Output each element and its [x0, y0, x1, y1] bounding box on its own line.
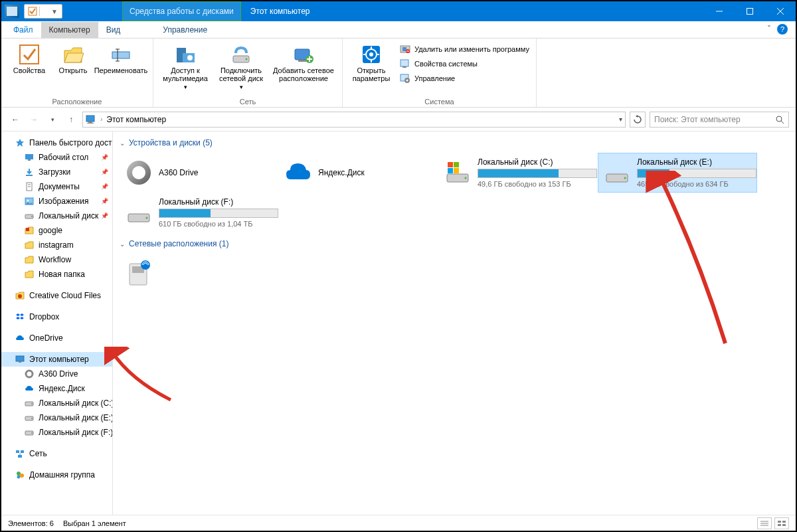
- sidebar-instagram[interactable]: instagram: [1, 238, 112, 252]
- svg-rect-62: [16, 450, 19, 453]
- tile-a360-label: A360 Drive: [159, 168, 198, 177]
- sidebar-workflow[interactable]: Workflow: [1, 252, 112, 267]
- disk-c-icon: [444, 159, 471, 186]
- qat-separator: [39, 7, 50, 16]
- sidebar-documents-label: Документы: [39, 182, 80, 191]
- maximize-button[interactable]: [735, 1, 765, 21]
- tab-computer[interactable]: Компьютер: [41, 22, 98, 38]
- sysprop-icon: [400, 58, 410, 69]
- btn-rename[interactable]: Переименовать: [94, 41, 147, 96]
- svg-point-59: [31, 418, 33, 419]
- dropbox-icon: [15, 311, 25, 322]
- sidebar-instagram-label: instagram: [39, 240, 74, 250]
- refresh-button[interactable]: [630, 112, 646, 128]
- sidebar-creative-cloud[interactable]: Creative Cloud Files: [1, 288, 112, 303]
- breadcrumb-dropdown-icon[interactable]: ▾: [619, 116, 622, 123]
- nav-history-dropdown[interactable]: ▾: [45, 112, 60, 127]
- sidebar-localdisk[interactable]: Локальный диск: [1, 209, 112, 223]
- tile-yandex[interactable]: Яндекс.Диск: [279, 153, 438, 193]
- tile-network-location[interactable]: [120, 254, 159, 294]
- sidebar-a360-label: A360 Drive: [39, 369, 78, 379]
- sidebar-documents[interactable]: Документы: [1, 179, 112, 194]
- drive-icon: [24, 412, 35, 423]
- sidebar-google[interactable]: google: [1, 223, 112, 238]
- sidebar-this-pc[interactable]: Этот компьютер: [1, 352, 112, 367]
- tile-a360[interactable]: A360 Drive: [120, 153, 279, 193]
- group-network-label: Сетевые расположения (1): [129, 239, 228, 248]
- close-button[interactable]: [765, 1, 796, 21]
- svg-point-67: [20, 474, 24, 478]
- group-devices-header[interactable]: ⌄ Устройства и диски (5): [120, 135, 789, 153]
- help-icon[interactable]: ?: [777, 24, 788, 35]
- sidebar-disk-e[interactable]: Локальный диск (E:): [1, 410, 112, 425]
- svg-point-55: [26, 371, 33, 377]
- tile-disk-f[interactable]: Локальный диск (F:) 610 ГБ свободно из 1…: [120, 193, 279, 232]
- btn-uninstall-program[interactable]: Удалить или изменить программу: [398, 43, 531, 56]
- sidebar-google-label: google: [39, 226, 62, 235]
- breadcrumb-location[interactable]: Этот компьютер: [106, 115, 166, 124]
- ribbon-collapse-icon[interactable]: ˇ: [768, 25, 770, 34]
- btn-open[interactable]: Открыть: [56, 41, 90, 96]
- status-items-count: Элементов: 6: [8, 519, 54, 527]
- nav-forward-button[interactable]: →: [27, 112, 41, 127]
- sidebar-yandex-label: Яндекс.Диск: [39, 384, 85, 393]
- btn-properties[interactable]: Свойства: [7, 41, 52, 96]
- minimize-button[interactable]: [704, 1, 735, 21]
- sidebar-yandex[interactable]: Яндекс.Диск: [1, 381, 112, 396]
- btn-map-drive[interactable]: Подключить сетевой диск▾: [216, 41, 266, 96]
- content-area: ⌄ Устройства и диски (5) A360 Drive Янде…: [113, 132, 796, 515]
- sidebar-quick-access[interactable]: Панель быстрого доступа: [1, 135, 112, 150]
- sidebar-pictures-label: Изображения: [39, 197, 88, 206]
- breadcrumb[interactable]: › Этот компьютер ▾: [82, 112, 626, 128]
- sidebar-dropbox[interactable]: Dropbox: [1, 310, 112, 324]
- nav-up-button[interactable]: ↑: [64, 112, 78, 127]
- navigation-tree: Панель быстрого доступа Рабочий стол Заг…: [1, 132, 113, 515]
- contextual-tab-drive-tools[interactable]: Средства работы с дисками: [122, 1, 241, 21]
- search-input[interactable]: Поиск: Этот компьютер: [650, 112, 789, 128]
- sidebar-desktop[interactable]: Рабочий стол: [1, 150, 112, 165]
- tile-diskc-label: Локальный диск (C:): [478, 157, 597, 167]
- sidebar-pictures[interactable]: Изображения: [1, 194, 112, 209]
- btn-manage[interactable]: Управление: [398, 72, 531, 85]
- tile-diskf-label: Локальный диск (F:): [159, 197, 278, 207]
- tile-yandex-label: Яндекс.Диск: [318, 168, 365, 177]
- tile-disk-e[interactable]: Локальный диск (E:) 465 ГБ свободно из 6…: [598, 153, 757, 193]
- sidebar-newfolder[interactable]: Новая папка: [1, 267, 112, 282]
- btn-open-settings[interactable]: Открыть параметры: [348, 41, 395, 96]
- qat-dropdown-icon[interactable]: ▼: [51, 8, 59, 15]
- group-network-header[interactable]: ⌄ Сетевые расположения (1): [120, 236, 789, 254]
- svg-rect-72: [448, 162, 453, 167]
- view-tiles-button[interactable]: [774, 517, 789, 529]
- sidebar-thispc-label: Этот компьютер: [29, 355, 89, 364]
- tab-manage[interactable]: Управление: [155, 22, 215, 38]
- btn-add-network-location[interactable]: Добавить сетевое расположение: [270, 41, 337, 96]
- btn-media-access[interactable]: Доступ к мультимедиа▾: [159, 41, 212, 96]
- view-details-button[interactable]: [757, 517, 772, 529]
- media-icon: [175, 44, 196, 65]
- sidebar-disk-f[interactable]: Локальный диск (F:): [1, 425, 112, 440]
- sidebar-homegroup[interactable]: Домашняя группа: [1, 468, 112, 482]
- tile-diskc-sub: 49,6 ГБ свободно из 153 ГБ: [478, 180, 597, 188]
- btn-system-properties[interactable]: Свойства системы: [398, 57, 531, 70]
- disk-c-usage-bar: [478, 169, 597, 178]
- breadcrumb-chevron-icon[interactable]: ›: [100, 116, 102, 123]
- sidebar-downloads[interactable]: Загрузки: [1, 165, 112, 179]
- qat-properties-icon[interactable]: [27, 6, 38, 17]
- sidebar-a360[interactable]: A360 Drive: [1, 367, 112, 381]
- svg-rect-88: [778, 524, 781, 526]
- add-network-icon: [293, 44, 314, 65]
- disk-e-usage-bar: [637, 169, 756, 178]
- tile-disk-c[interactable]: Локальный диск (C:) 49,6 ГБ свободно из …: [438, 153, 598, 193]
- sidebar-network[interactable]: Сеть: [1, 446, 112, 461]
- system-icon[interactable]: [4, 4, 20, 19]
- yandex-icon: [24, 383, 35, 394]
- sidebar-onedrive[interactable]: OneDrive: [1, 331, 112, 345]
- tab-view[interactable]: Вид: [98, 22, 129, 38]
- sidebar-disk-c[interactable]: Локальный диск (C:): [1, 396, 112, 410]
- sidebar-quick-label: Панель быстрого доступа: [29, 138, 113, 147]
- nav-back-button[interactable]: ←: [8, 112, 23, 127]
- tab-file[interactable]: Файл: [5, 22, 41, 38]
- pictures-icon: [24, 196, 35, 207]
- sidebar-diskf-label: Локальный диск (F:): [39, 428, 113, 437]
- svg-point-77: [624, 177, 626, 179]
